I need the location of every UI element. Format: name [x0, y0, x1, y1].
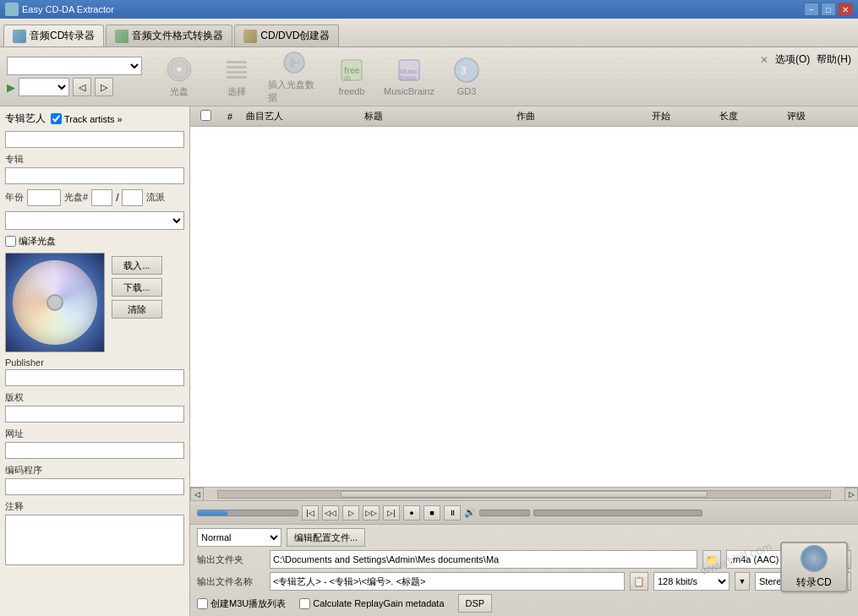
copyright-label: 版权	[5, 391, 184, 404]
check-all-checkbox[interactable]	[200, 110, 211, 121]
toolbar-btn-select-label: 选择	[227, 85, 246, 98]
bottom-row4: 创建M3U播放列表 Calculate ReplayGain metadata …	[197, 594, 851, 613]
rip-cd-label: 转录CD	[796, 575, 831, 590]
edit-disc-checkbox-label[interactable]: 编泽光盘	[5, 235, 184, 248]
svg-point-17	[455, 58, 478, 82]
play-button[interactable]: ▷	[342, 505, 359, 521]
stop-button[interactable]: ■	[424, 505, 440, 521]
output-folder-label: 输出文件夹	[197, 553, 265, 566]
nav-forward-button[interactable]: ▷	[95, 78, 113, 96]
replaygain-checkbox[interactable]	[299, 598, 310, 609]
volume-slider[interactable]	[479, 510, 530, 516]
volume-icon: 🔊	[464, 507, 476, 518]
toolbar-btn-gd3-label: GD3	[457, 86, 477, 96]
toolbar-btn-disc-label: 光盘	[170, 85, 189, 98]
cover-row: 载入... 下载... 清除	[5, 253, 184, 352]
horizontal-scrollbar[interactable]: ◁ ▷	[190, 487, 858, 500]
record-button[interactable]: ●	[403, 505, 420, 521]
main-layout: 专辑艺人 Track artists » 专辑 年份 光盘# /	[0, 106, 858, 616]
track-artists-checkbox-label[interactable]: Track artists »	[51, 113, 123, 124]
toolbar-nav: ▶ ◁ ▷	[7, 57, 142, 96]
clear-cover-button[interactable]: 清除	[112, 300, 162, 319]
maximize-button[interactable]: □	[821, 3, 836, 16]
year-disc-row: 年份 光盘# / 流派	[5, 189, 184, 206]
album-row: 专辑	[5, 153, 184, 184]
window-title: Easy CD-DA Extractor	[22, 4, 802, 14]
dsp-button[interactable]: DSP	[458, 594, 493, 613]
toolbar-btn-select[interactable]: 选择	[210, 52, 264, 101]
tab-format-converter[interactable]: 音频文件格式转换器	[106, 25, 232, 46]
toolbar-btn-musicbrainz[interactable]: Music Brainz MusicBrainz	[382, 52, 436, 101]
title-bar: Easy CD-DA Extractor − □ ✕	[0, 0, 858, 19]
genre-label: 流派	[146, 191, 165, 204]
play-prev-track-button[interactable]: ◁◁	[322, 505, 339, 521]
output-filename-input[interactable]	[270, 572, 625, 591]
disc-num-input[interactable]	[91, 189, 112, 206]
toolbar-btn-freedb[interactable]: free db freedb	[325, 52, 379, 101]
scroll-left-button[interactable]: ◁	[190, 488, 204, 501]
nav-combo-bottom[interactable]	[19, 78, 69, 96]
toolbar-btn-disc[interactable]: 光盘	[152, 52, 206, 101]
website-input[interactable]	[5, 442, 184, 459]
toolbar-btn-insert[interactable]: 插入光盘数据	[267, 52, 321, 101]
scroll-right-button[interactable]: ▷	[844, 488, 858, 501]
download-cover-button[interactable]: 下载...	[112, 278, 162, 297]
album-artist-input[interactable]	[5, 131, 184, 148]
scroll-thumb[interactable]	[341, 491, 708, 498]
svg-rect-6	[227, 71, 247, 74]
nav-combo-top[interactable]	[7, 57, 142, 75]
play-prev-button[interactable]: |◁	[302, 505, 319, 521]
header-title: 标题	[361, 110, 513, 123]
header-check	[194, 110, 217, 123]
progress-bar[interactable]	[197, 510, 298, 516]
disc-label: 光盘#	[64, 191, 88, 204]
tab-bar: 音频CD转录器 音频文件格式转换器 CD/DVD创建器	[0, 19, 858, 47]
create-m3u-label[interactable]: 创建M3U播放列表	[197, 597, 286, 610]
freedb-icon: free db	[338, 57, 365, 84]
create-m3u-checkbox[interactable]	[197, 598, 208, 609]
year-input[interactable]	[27, 189, 61, 206]
time-progress-bar[interactable]	[533, 510, 702, 516]
replaygain-label[interactable]: Calculate ReplayGain metadata	[299, 598, 444, 609]
right-panel: # 曲目艺人 标题 作曲 开始 长度 评级 ◁ ▷ |◁ ◁◁ ▷ ▷▷	[190, 106, 858, 616]
bitrate-select[interactable]: 128 kbit/s	[653, 572, 730, 591]
publisher-input[interactable]	[5, 369, 184, 386]
profile-select[interactable]: Normal	[197, 528, 281, 547]
header-rating: 评级	[784, 110, 855, 123]
tab-cd-recorder[interactable]: 音频CD转录器	[3, 25, 104, 46]
edit-config-button[interactable]: 编辑配置文件...	[287, 528, 365, 547]
album-input[interactable]	[5, 167, 184, 184]
tab-cd-dvd-creator[interactable]: CD/DVD创建器	[234, 25, 339, 46]
output-folder-input[interactable]	[270, 550, 697, 569]
genre-select[interactable]	[5, 211, 184, 230]
minimize-button[interactable]: −	[804, 3, 819, 16]
filename-options-button[interactable]: 📋	[630, 572, 648, 591]
nav-arrow-icon: ▶	[7, 81, 15, 94]
header-artist: 曲目艺人	[243, 110, 361, 123]
options-label[interactable]: 选项(O)	[775, 52, 810, 67]
edit-disc-checkbox[interactable]	[5, 236, 16, 247]
track-artists-checkbox[interactable]	[51, 113, 62, 124]
rip-cd-button[interactable]: 转录CD	[780, 542, 848, 592]
help-label[interactable]: 帮助(H)	[817, 52, 851, 67]
bitrate-options-button[interactable]: ▼	[735, 572, 750, 591]
disc-total-input[interactable]	[122, 189, 143, 206]
notes-textarea[interactable]	[5, 515, 184, 565]
play-next-track-button[interactable]: ▷▷	[363, 505, 380, 521]
encoder-input[interactable]	[5, 478, 184, 495]
nav-back-button[interactable]: ◁	[73, 78, 91, 96]
website-row: 网址	[5, 428, 184, 459]
load-cover-button[interactable]: 载入...	[112, 256, 162, 275]
disc-slash: /	[116, 192, 118, 204]
copyright-input[interactable]	[5, 406, 184, 422]
play-next-button[interactable]: ▷|	[383, 505, 400, 521]
scroll-track[interactable]	[217, 490, 831, 499]
browse-folder-button[interactable]: 📁	[702, 550, 721, 569]
svg-text:Brainz: Brainz	[400, 75, 417, 81]
svg-point-3	[178, 68, 181, 71]
toolbar-btn-gd3[interactable]: 3 GD3	[440, 52, 494, 101]
toolbar-right: ✕ 选项(O) 帮助(H)	[760, 52, 851, 67]
close-button[interactable]: ✕	[838, 3, 853, 16]
svg-text:free: free	[344, 66, 360, 75]
pause-button[interactable]: ⏸	[444, 505, 461, 521]
